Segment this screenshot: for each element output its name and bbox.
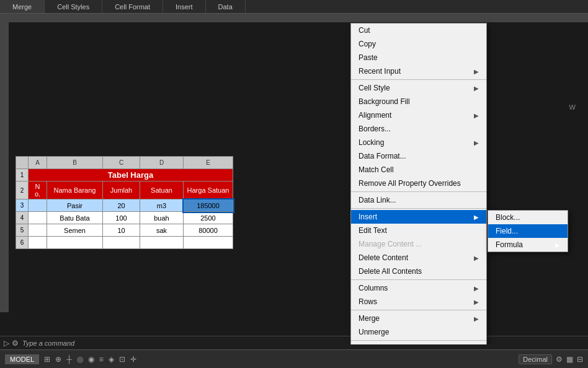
menu-delete-content[interactable]: Delete Content ▶ [351,251,486,265]
cell-4c[interactable]: 100 [103,212,140,224]
delete-content-arrow: ▶ [474,255,479,261]
menu-cell-style[interactable]: Cell Style ▶ [351,81,486,95]
title-cell[interactable]: Tabel Harga [29,169,233,182]
menu-alignment[interactable]: Alignment ▶ [351,108,486,122]
menu-rows[interactable]: Rows ▶ [351,295,486,309]
submenu-block[interactable]: Block... [488,211,568,224]
sep6 [351,340,486,341]
submenu-field[interactable]: Field... [488,224,568,238]
left-ruler [0,14,9,312]
menu-copy-label: Copy [359,40,376,48]
command-prompt[interactable]: Type a command [22,340,584,347]
settings-icon[interactable]: ⚙ [556,355,563,364]
tab-cell-format[interactable]: Cell Format [102,0,163,13]
cell-5c[interactable]: 10 [103,224,140,237]
cell-6d[interactable] [140,237,184,249]
ortho-icon[interactable]: ┼ [66,355,72,364]
cell-4e[interactable]: 2500 [184,212,233,224]
cell-4d[interactable]: buah [140,212,184,224]
cell-5e[interactable]: 80000 [184,224,233,237]
cell-3d[interactable]: m3 [140,199,184,212]
menu-locking-label: Locking [359,138,384,147]
sep5 [351,310,486,310]
menu-background-fill[interactable]: Background Fill [351,95,486,108]
row-num-4: 4 [16,212,29,224]
cell-style-arrow: ▶ [474,85,479,92]
menu-remove-overrides-label: Remove All Property Overrides [359,179,461,188]
recent-input-arrow: ▶ [474,68,479,75]
row-num-5: 5 [16,224,29,237]
submenu-formula-label: Formula [496,240,523,249]
cell-6a[interactable] [29,237,47,249]
menu-properties[interactable]: Properties [351,342,486,344]
menu-locking[interactable]: Locking ▶ [351,136,486,149]
command-area: ▷ ⚙ Type a command [0,336,588,349]
submenu-formula[interactable]: Formula ▶ [488,238,568,252]
header-harga[interactable]: Harga Satuan [184,182,233,199]
cell-3c[interactable]: 20 [103,199,140,212]
cell-6e[interactable] [184,237,233,249]
status-bar: MODEL ⊞ ⊕ ┼ ◎ ◉ ≡ ◈ ⊡ ✛ Decimal ⚙ ▦ ⊟ [0,349,588,368]
decimal-button[interactable]: Decimal [519,354,552,364]
gizmo-icon[interactable]: ✛ [130,355,136,364]
menu-unmerge[interactable]: Unmerge [351,325,486,339]
cell-4b[interactable]: Batu Bata [47,212,103,224]
tab-merge[interactable]: Merge [0,0,45,13]
cell-5d[interactable]: sak [140,224,184,237]
insert-arrow: ▶ [474,214,479,221]
view-icon[interactable]: ⊟ [577,355,583,364]
menu-unmerge-label: Unmerge [359,328,389,336]
table-row-6: 6 [16,237,233,249]
menu-rows-label: Rows [359,297,377,306]
menu-edit-text-label: Edit Text [359,226,387,235]
menu-recent-input[interactable]: Recent Input ▶ [351,64,486,78]
cell-5a[interactable] [29,224,47,237]
col-c: C [103,157,140,169]
menu-borders[interactable]: Borders... [351,122,486,136]
polar-icon[interactable]: ◎ [77,355,83,364]
cell-3a[interactable] [29,199,47,212]
menu-remove-overrides[interactable]: Remove All Property Overrides [351,177,486,190]
drawing-area[interactable]: A B C D E 1 Tabel Harga 2 [0,14,588,344]
status-right: Decimal ⚙ ▦ ⊟ [519,354,583,364]
menu-manage-content-label: Manage Content ... [359,240,422,248]
menu-data-link-label: Data Link... [359,196,396,204]
osnap-icon[interactable]: ◉ [88,355,94,364]
merge-arrow: ▶ [474,315,479,322]
header-satuan[interactable]: Satuan [140,182,184,199]
grid-icon[interactable]: ⊞ [44,355,50,364]
menu-copy[interactable]: Copy [351,37,486,51]
menu-data-format-label: Data Format... [359,152,406,160]
menu-data-format[interactable]: Data Format... [351,149,486,163]
tab-insert[interactable]: Insert [163,0,206,13]
cell-6b[interactable] [47,237,103,249]
menu-delete-all[interactable]: Delete All Contents [351,265,486,278]
tab-data[interactable]: Data [206,0,246,13]
menu-cell-style-label: Cell Style [359,84,390,92]
menu-paste[interactable]: Paste [351,51,486,64]
menu-insert[interactable]: Insert ▶ Block... Field... Formula ▶ [351,210,486,224]
cell-4a[interactable] [29,212,47,224]
layout-icon[interactable]: ▦ [566,355,573,364]
header-no[interactable]: No. [29,182,47,199]
tab-cell-styles[interactable]: Cell Styles [45,0,102,13]
cell-3b[interactable]: Pasir [47,199,103,212]
columns-arrow: ▶ [474,285,479,292]
snap-icon[interactable]: ⊕ [55,355,61,364]
header-nama[interactable]: Nama Barang [47,182,103,199]
cell-5b[interactable]: Semen [47,224,103,237]
menu-data-link[interactable]: Data Link... [351,193,486,207]
selection-icon[interactable]: ⊡ [119,355,125,364]
menu-merge[interactable]: Merge ▶ [351,312,486,325]
cell-3e[interactable]: 185000 [184,199,233,212]
table-row-2: 2 No. Nama Barang Jumlah Satuan Harga Sa… [16,182,233,199]
menu-match-cell[interactable]: Match Cell [351,163,486,177]
menu-edit-text[interactable]: Edit Text [351,224,486,237]
menu-columns[interactable]: Columns ▶ [351,281,486,295]
lineweight-icon[interactable]: ≡ [99,355,104,364]
transparency-icon[interactable]: ◈ [109,355,114,364]
cell-6c[interactable] [103,237,140,249]
model-button[interactable]: MODEL [5,354,39,364]
menu-cut[interactable]: Cut [351,24,486,37]
header-jumlah[interactable]: Jumlah [103,182,140,199]
